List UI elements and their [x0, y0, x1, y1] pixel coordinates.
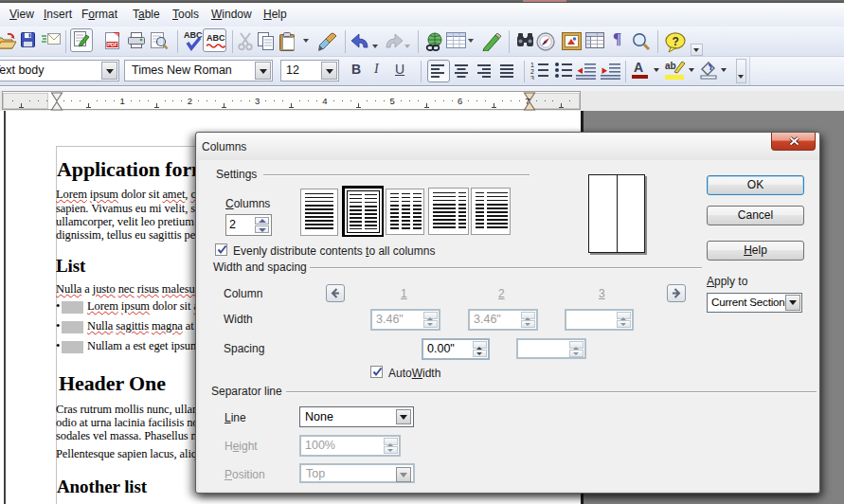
svg-text:ABC: ABC	[207, 33, 225, 43]
svg-text:?: ?	[673, 35, 679, 48]
svg-text:2: 2	[530, 68, 534, 75]
svg-text:PDF: PDF	[107, 42, 118, 47]
svg-text:3: 3	[530, 75, 534, 80]
